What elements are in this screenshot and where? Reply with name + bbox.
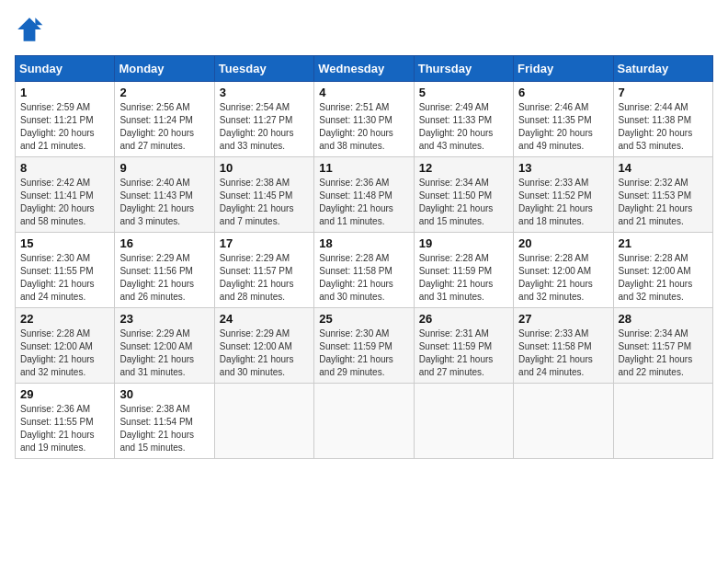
calendar-cell: 25Sunrise: 2:30 AMSunset: 11:59 PMDaylig… xyxy=(314,308,414,384)
day-info: Sunrise: 2:28 AMSunset: 11:59 PMDaylight… xyxy=(419,252,508,304)
day-info: Sunrise: 2:36 AMSunset: 11:48 PMDaylight… xyxy=(319,177,408,228)
day-number: 18 xyxy=(319,236,408,250)
day-info: Sunrise: 2:28 AMSunset: 12:00 AMDaylight… xyxy=(518,252,608,304)
day-number: 10 xyxy=(220,161,309,175)
day-number: 11 xyxy=(319,161,408,175)
weekday-header-wednesday: Wednesday xyxy=(314,56,414,82)
day-number: 2 xyxy=(119,86,209,99)
day-info: Sunrise: 2:38 AMSunset: 11:45 PMDaylight… xyxy=(220,177,309,228)
calendar-cell: 20Sunrise: 2:28 AMSunset: 12:00 AMDaylig… xyxy=(514,233,613,308)
calendar-cell: 28Sunrise: 2:34 AMSunset: 11:57 PMDaylig… xyxy=(613,308,712,384)
day-info: Sunrise: 2:29 AMSunset: 11:56 PMDaylight… xyxy=(119,252,209,304)
weekday-header-sunday: Sunday xyxy=(16,56,115,82)
calendar-week-4: 22Sunrise: 2:28 AMSunset: 12:00 AMDaylig… xyxy=(16,308,713,384)
day-info: Sunrise: 2:54 AMSunset: 11:27 PMDaylight… xyxy=(220,101,309,153)
day-number: 27 xyxy=(518,312,608,326)
calendar-cell: 16Sunrise: 2:29 AMSunset: 11:56 PMDaylig… xyxy=(115,233,214,308)
logo xyxy=(15,15,48,44)
day-number: 7 xyxy=(619,86,708,99)
day-number: 3 xyxy=(220,86,309,99)
calendar-cell xyxy=(613,384,712,459)
day-number: 24 xyxy=(220,312,309,326)
calendar-cell xyxy=(414,384,513,459)
day-info: Sunrise: 2:42 AMSunset: 11:41 PMDaylight… xyxy=(20,177,109,228)
day-info: Sunrise: 2:31 AMSunset: 11:59 PMDaylight… xyxy=(419,327,508,379)
day-info: Sunrise: 2:28 AMSunset: 12:00 AMDaylight… xyxy=(20,327,109,379)
day-number: 12 xyxy=(419,161,508,175)
calendar-cell: 14Sunrise: 2:32 AMSunset: 11:53 PMDaylig… xyxy=(613,157,712,233)
day-number: 14 xyxy=(619,161,708,175)
calendar-cell: 8Sunrise: 2:42 AMSunset: 11:41 PMDayligh… xyxy=(16,157,115,233)
day-info: Sunrise: 2:34 AMSunset: 11:50 PMDaylight… xyxy=(419,177,508,228)
calendar-cell: 17Sunrise: 2:29 AMSunset: 11:57 PMDaylig… xyxy=(214,233,313,308)
day-info: Sunrise: 2:30 AMSunset: 11:55 PMDaylight… xyxy=(20,252,109,304)
day-info: Sunrise: 2:29 AMSunset: 11:57 PMDaylight… xyxy=(220,252,309,304)
day-number: 25 xyxy=(319,312,408,326)
calendar-cell: 18Sunrise: 2:28 AMSunset: 11:58 PMDaylig… xyxy=(314,233,414,308)
day-number: 13 xyxy=(518,161,608,175)
day-info: Sunrise: 2:29 AMSunset: 12:00 AMDaylight… xyxy=(220,327,309,379)
day-info: Sunrise: 2:36 AMSunset: 11:55 PMDaylight… xyxy=(20,403,109,454)
day-number: 9 xyxy=(119,161,209,175)
day-number: 20 xyxy=(518,236,608,250)
calendar-cell: 1Sunrise: 2:59 AMSunset: 11:21 PMDayligh… xyxy=(16,82,115,157)
day-number: 22 xyxy=(20,312,109,326)
day-info: Sunrise: 2:32 AMSunset: 11:53 PMDaylight… xyxy=(619,177,708,228)
calendar-cell: 13Sunrise: 2:33 AMSunset: 11:52 PMDaylig… xyxy=(514,157,613,233)
calendar-cell: 11Sunrise: 2:36 AMSunset: 11:48 PMDaylig… xyxy=(314,157,414,233)
svg-marker-1 xyxy=(35,17,42,25)
calendar-cell: 15Sunrise: 2:30 AMSunset: 11:55 PMDaylig… xyxy=(16,233,115,308)
day-number: 19 xyxy=(419,236,508,250)
calendar-cell: 29Sunrise: 2:36 AMSunset: 11:55 PMDaylig… xyxy=(16,384,115,459)
calendar-cell: 27Sunrise: 2:33 AMSunset: 11:58 PMDaylig… xyxy=(514,308,613,384)
calendar-cell: 6Sunrise: 2:46 AMSunset: 11:35 PMDayligh… xyxy=(514,82,613,157)
day-number: 30 xyxy=(119,387,209,401)
calendar-week-1: 1Sunrise: 2:59 AMSunset: 11:21 PMDayligh… xyxy=(16,82,713,157)
calendar-cell: 22Sunrise: 2:28 AMSunset: 12:00 AMDaylig… xyxy=(16,308,115,384)
day-number: 16 xyxy=(119,236,209,250)
day-info: Sunrise: 2:30 AMSunset: 11:59 PMDaylight… xyxy=(319,327,408,379)
day-number: 6 xyxy=(518,86,608,99)
calendar-cell: 19Sunrise: 2:28 AMSunset: 11:59 PMDaylig… xyxy=(414,233,513,308)
day-number: 29 xyxy=(20,387,109,401)
weekday-header-tuesday: Tuesday xyxy=(214,56,313,82)
day-info: Sunrise: 2:44 AMSunset: 11:38 PMDaylight… xyxy=(619,101,708,153)
day-info: Sunrise: 2:33 AMSunset: 11:52 PMDaylight… xyxy=(518,177,608,228)
day-info: Sunrise: 2:46 AMSunset: 11:35 PMDaylight… xyxy=(518,101,608,153)
calendar-cell: 10Sunrise: 2:38 AMSunset: 11:45 PMDaylig… xyxy=(214,157,313,233)
calendar-cell: 12Sunrise: 2:34 AMSunset: 11:50 PMDaylig… xyxy=(414,157,513,233)
weekday-header-friday: Friday xyxy=(514,56,613,82)
day-number: 1 xyxy=(20,86,109,99)
day-info: Sunrise: 2:34 AMSunset: 11:57 PMDaylight… xyxy=(619,327,708,379)
calendar-cell: 3Sunrise: 2:54 AMSunset: 11:27 PMDayligh… xyxy=(214,82,313,157)
calendar-cell: 23Sunrise: 2:29 AMSunset: 12:00 AMDaylig… xyxy=(115,308,214,384)
day-number: 28 xyxy=(619,312,708,326)
calendar-week-5: 29Sunrise: 2:36 AMSunset: 11:55 PMDaylig… xyxy=(16,384,713,459)
day-info: Sunrise: 2:49 AMSunset: 11:33 PMDaylight… xyxy=(419,101,508,153)
calendar-cell: 21Sunrise: 2:28 AMSunset: 12:00 AMDaylig… xyxy=(613,233,712,308)
day-info: Sunrise: 2:28 AMSunset: 11:58 PMDaylight… xyxy=(319,252,408,304)
calendar-cell: 4Sunrise: 2:51 AMSunset: 11:30 PMDayligh… xyxy=(314,82,414,157)
calendar-cell: 2Sunrise: 2:56 AMSunset: 11:24 PMDayligh… xyxy=(115,82,214,157)
calendar-cell xyxy=(214,384,313,459)
logo-icon xyxy=(15,15,44,44)
day-info: Sunrise: 2:59 AMSunset: 11:21 PMDaylight… xyxy=(20,101,109,153)
day-number: 15 xyxy=(20,236,109,250)
calendar-cell: 26Sunrise: 2:31 AMSunset: 11:59 PMDaylig… xyxy=(414,308,513,384)
calendar-cell xyxy=(314,384,414,459)
day-number: 21 xyxy=(619,236,708,250)
calendar-cell xyxy=(514,384,613,459)
day-number: 26 xyxy=(419,312,508,326)
calendar-cell: 7Sunrise: 2:44 AMSunset: 11:38 PMDayligh… xyxy=(613,82,712,157)
calendar-cell: 24Sunrise: 2:29 AMSunset: 12:00 AMDaylig… xyxy=(214,308,313,384)
weekday-header-monday: Monday xyxy=(115,56,214,82)
calendar-cell: 9Sunrise: 2:40 AMSunset: 11:43 PMDayligh… xyxy=(115,157,214,233)
weekday-header-thursday: Thursday xyxy=(414,56,513,82)
day-info: Sunrise: 2:51 AMSunset: 11:30 PMDaylight… xyxy=(319,101,408,153)
day-info: Sunrise: 2:56 AMSunset: 11:24 PMDaylight… xyxy=(119,101,209,153)
calendar-table: SundayMondayTuesdayWednesdayThursdayFrid… xyxy=(15,55,713,459)
day-info: Sunrise: 2:40 AMSunset: 11:43 PMDaylight… xyxy=(119,177,209,228)
page-header xyxy=(15,15,713,44)
day-number: 17 xyxy=(220,236,309,250)
day-info: Sunrise: 2:33 AMSunset: 11:58 PMDaylight… xyxy=(518,327,608,379)
